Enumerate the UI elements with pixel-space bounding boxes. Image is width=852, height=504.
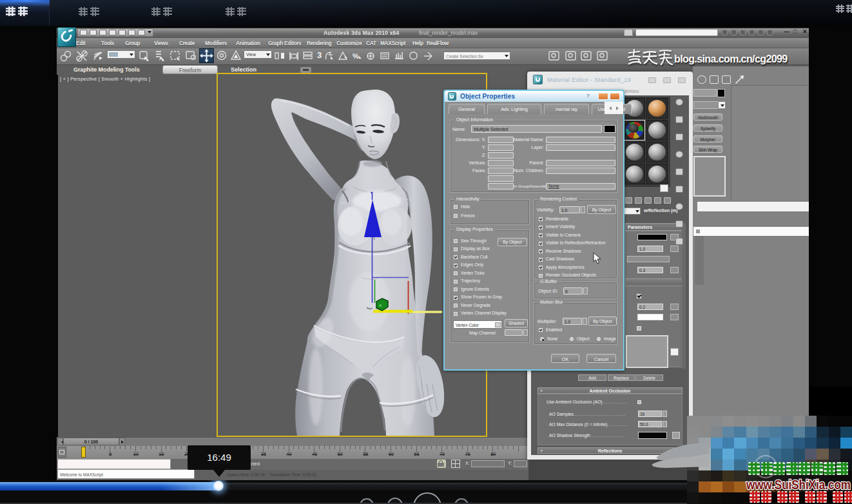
svg-text:%: % — [353, 52, 359, 60]
svg-text:www.SuiShiXia.com: www.SuiShiXia.com — [746, 478, 851, 492]
